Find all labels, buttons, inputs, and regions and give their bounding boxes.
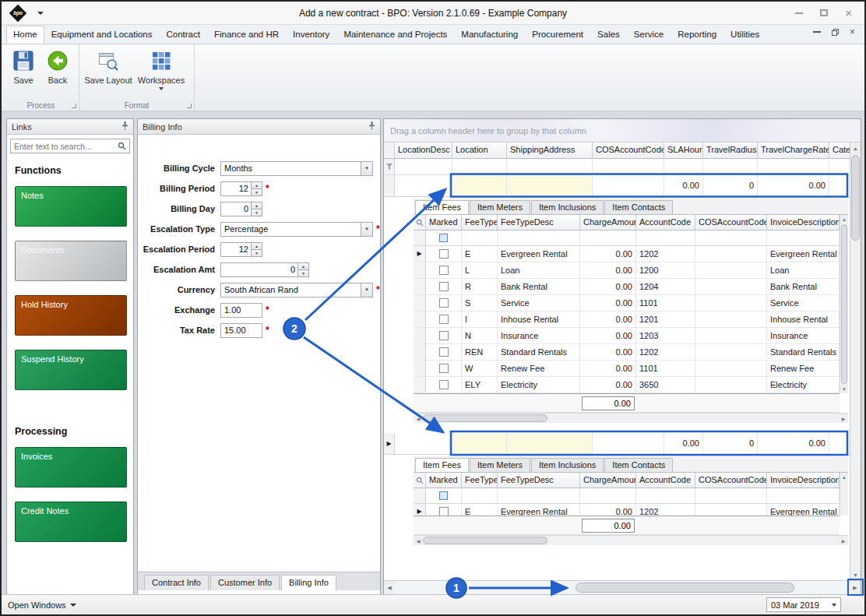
save-button[interactable]: Save bbox=[6, 48, 40, 85]
column-header-slahours[interactable]: SLAHours bbox=[664, 143, 703, 159]
column-header-feetype[interactable]: FeeType bbox=[462, 473, 498, 488]
fee-vertical-scrollbar[interactable]: ▲▼ bbox=[840, 215, 848, 393]
fee-horizontal-scrollbar[interactable]: ◀▶ bbox=[414, 535, 848, 545]
dialog-launcher-icon[interactable] bbox=[187, 104, 192, 108]
scrollbar-thumb[interactable] bbox=[423, 414, 547, 422]
column-header-cosaccountcode[interactable]: COSAccountCode bbox=[695, 473, 767, 488]
filter-cell-feetype[interactable] bbox=[462, 488, 498, 503]
pin-icon[interactable] bbox=[368, 121, 375, 132]
field-currency[interactable]: South African Rand▼ bbox=[220, 283, 373, 297]
tab-item-fees[interactable]: Item Fees bbox=[415, 458, 469, 472]
scrollbar-track[interactable] bbox=[840, 224, 848, 385]
scrollbar-thumb[interactable] bbox=[851, 155, 860, 241]
scroll-left-icon[interactable]: ◀ bbox=[414, 536, 423, 545]
ribbon-tab-contract[interactable]: Contract bbox=[159, 26, 206, 44]
cell-marked[interactable] bbox=[426, 328, 462, 344]
filter-cell-chargeamount[interactable] bbox=[580, 488, 636, 503]
cell-marked[interactable] bbox=[426, 279, 462, 295]
cell-cosaccountcode[interactable] bbox=[695, 328, 767, 344]
save-layout-button[interactable]: Save Layout bbox=[83, 48, 134, 90]
filter-cell-travelchargerate[interactable] bbox=[758, 159, 829, 174]
cell-cosaccountcode[interactable] bbox=[695, 246, 767, 262]
cell-chargeamount[interactable]: 0.00 bbox=[580, 328, 636, 344]
cell-feetypedesc[interactable]: Service bbox=[498, 295, 580, 312]
filter-cell-cosaccountcode[interactable] bbox=[695, 231, 767, 245]
dropdown-button-icon[interactable]: ▼ bbox=[361, 283, 372, 297]
cell-travelradius[interactable]: 0 bbox=[703, 175, 758, 196]
search-box[interactable] bbox=[10, 139, 130, 153]
cell-accountcode[interactable]: 1202 bbox=[636, 246, 695, 262]
field-escalation-period[interactable]: 12▲▼ bbox=[220, 242, 262, 257]
ribbon-minimize-button[interactable] bbox=[813, 31, 821, 33]
fee-row[interactable]: ▶EEvergreen Rental0.001202Evergreen Rent… bbox=[414, 504, 840, 516]
close-button[interactable]: × bbox=[845, 9, 852, 17]
cell-chargeamount[interactable]: 0.00 bbox=[580, 246, 636, 262]
filter-cell-accountcode[interactable] bbox=[636, 231, 695, 245]
link-button-documents[interactable]: Documents bbox=[15, 241, 127, 281]
scrollbar-thumb[interactable] bbox=[423, 537, 547, 544]
cell-travelchargerate[interactable]: 0.00 bbox=[758, 175, 829, 196]
filter-cell-marked[interactable] bbox=[426, 488, 462, 503]
cell-cate[interactable] bbox=[829, 433, 851, 454]
cell-locationdesc[interactable] bbox=[395, 175, 452, 196]
marked-filter-checkbox[interactable] bbox=[439, 234, 448, 242]
cell-locationdesc[interactable] bbox=[395, 433, 452, 454]
spin-down-icon[interactable]: ▼ bbox=[298, 269, 308, 276]
cell-marked[interactable] bbox=[426, 344, 462, 361]
cell-marked[interactable] bbox=[426, 312, 462, 328]
cell-marked[interactable] bbox=[426, 377, 462, 393]
cell-cosaccountcode[interactable] bbox=[593, 433, 664, 454]
filter-cell-feetype[interactable] bbox=[462, 231, 498, 245]
group-by-hint[interactable]: Drag a column header here to group by th… bbox=[384, 119, 861, 143]
cell-location[interactable] bbox=[452, 433, 507, 454]
field-billing-day[interactable]: 0▲▼ bbox=[220, 202, 262, 216]
column-header-invoicedescription[interactable]: InvoiceDescription bbox=[767, 215, 840, 231]
workspaces-button[interactable]: Workspaces bbox=[134, 48, 188, 90]
tab-item-inclusions[interactable]: Item Inclusions bbox=[531, 458, 604, 472]
fee-row[interactable]: NInsurance0.001203Insurance bbox=[414, 328, 840, 344]
ribbon-restore-button[interactable] bbox=[832, 25, 839, 39]
cell-cosaccountcode[interactable] bbox=[593, 175, 664, 196]
field-escalation-amt[interactable]: 0▲▼ bbox=[220, 262, 309, 277]
column-header-travelchargerate[interactable]: TravelChargeRate bbox=[758, 143, 829, 159]
cell-marked[interactable] bbox=[426, 361, 462, 377]
scrollbar-track[interactable] bbox=[423, 414, 839, 423]
checkbox[interactable] bbox=[439, 249, 449, 259]
cell-chargeamount[interactable]: 0.00 bbox=[580, 344, 636, 361]
filter-cell-invoicedescription[interactable] bbox=[767, 488, 840, 503]
link-button-suspend-history[interactable]: Suspend History bbox=[15, 350, 127, 390]
column-header-chargeamount[interactable]: ChargeAmount bbox=[580, 215, 636, 231]
column-header-chargeamount[interactable]: ChargeAmount bbox=[580, 473, 636, 488]
fee-row[interactable]: ▶EEvergreen Rental0.001202Evergreen Rent… bbox=[414, 246, 840, 262]
cell-marked[interactable] bbox=[426, 246, 462, 262]
cell-chargeamount[interactable]: 0.00 bbox=[580, 295, 636, 312]
ribbon-tab-utilities[interactable]: Utilities bbox=[723, 26, 766, 44]
scroll-down-icon[interactable]: ▼ bbox=[850, 569, 861, 580]
cell-feetype[interactable]: REN bbox=[462, 344, 498, 361]
cell-invoicedescription[interactable]: Renew Fee bbox=[767, 361, 840, 377]
ribbon-tab-home[interactable]: Home bbox=[6, 26, 44, 44]
cell-slahours[interactable]: 0.00 bbox=[664, 175, 703, 196]
location-row-1[interactable]: 0.0000.00 bbox=[384, 175, 851, 197]
column-header-marked[interactable]: Marked bbox=[426, 215, 462, 231]
vertical-scrollbar[interactable]: ▲ ▼ bbox=[850, 143, 861, 580]
checkbox[interactable] bbox=[439, 298, 449, 308]
cell-cosaccountcode[interactable] bbox=[695, 295, 767, 312]
ribbon-tab-procurement[interactable]: Procurement bbox=[525, 26, 590, 44]
filter-cell-slahours[interactable] bbox=[664, 159, 703, 174]
link-button-invoices[interactable]: Invoices bbox=[15, 447, 127, 488]
cell-chargeamount[interactable]: 0.00 bbox=[580, 262, 636, 279]
tab-item-fees[interactable]: Item Fees bbox=[415, 200, 469, 214]
scroll-down-icon[interactable]: ▼ bbox=[840, 385, 848, 393]
cell-feetype[interactable]: N bbox=[462, 328, 498, 344]
scroll-left-button[interactable]: ◀ bbox=[384, 581, 395, 594]
cell-travelradius[interactable]: 0 bbox=[703, 433, 758, 454]
ribbon-tab-finance-and-hr[interactable]: Finance and HR bbox=[207, 26, 286, 44]
search-input[interactable] bbox=[14, 142, 118, 151]
field-tax-rate[interactable]: 15.00 bbox=[220, 323, 262, 338]
scrollbar-thumb[interactable] bbox=[576, 583, 794, 593]
cell-shippingaddress[interactable] bbox=[507, 175, 593, 196]
fee-vertical-scrollbar[interactable]: ▲ bbox=[840, 473, 848, 516]
cell-accountcode[interactable]: 1203 bbox=[636, 328, 695, 344]
cell-cosaccountcode[interactable] bbox=[695, 312, 767, 328]
